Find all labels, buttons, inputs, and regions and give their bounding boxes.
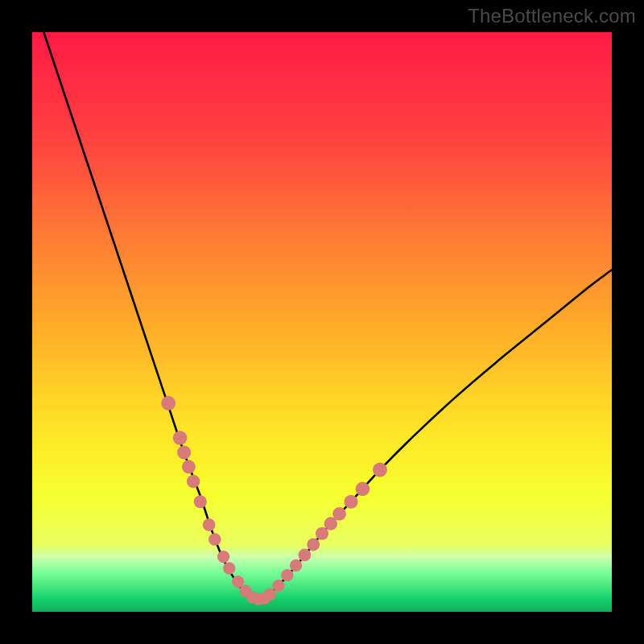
curve-marker — [272, 580, 284, 592]
watermark-text: TheBottleneck.com — [468, 5, 636, 27]
curve-marker — [299, 549, 312, 562]
curve-marker — [281, 569, 293, 581]
curve-marker — [177, 445, 191, 459]
bottleneck-curve — [43, 32, 612, 600]
curve-marker — [161, 396, 175, 411]
curve-marker — [182, 460, 196, 474]
curve-marker — [307, 539, 320, 551]
curve-marker — [194, 495, 207, 508]
curve-marker — [223, 562, 235, 574]
curve-layer — [32, 32, 612, 612]
curve-marker — [290, 559, 302, 572]
curve-marker — [187, 475, 200, 488]
curve-marker — [332, 507, 346, 521]
curve-marker — [173, 431, 188, 445]
curve-marker — [316, 527, 328, 540]
chart-stage: TheBottleneck.com — [0, 0, 644, 644]
curve-markers — [161, 396, 387, 605]
curve-marker — [203, 518, 216, 531]
curve-marker — [264, 588, 276, 601]
curve-marker — [356, 482, 370, 497]
plot-area — [32, 32, 612, 612]
curve-marker — [344, 495, 357, 509]
curve-marker — [208, 533, 221, 546]
curve-marker — [217, 551, 229, 563]
curve-marker — [373, 463, 387, 477]
